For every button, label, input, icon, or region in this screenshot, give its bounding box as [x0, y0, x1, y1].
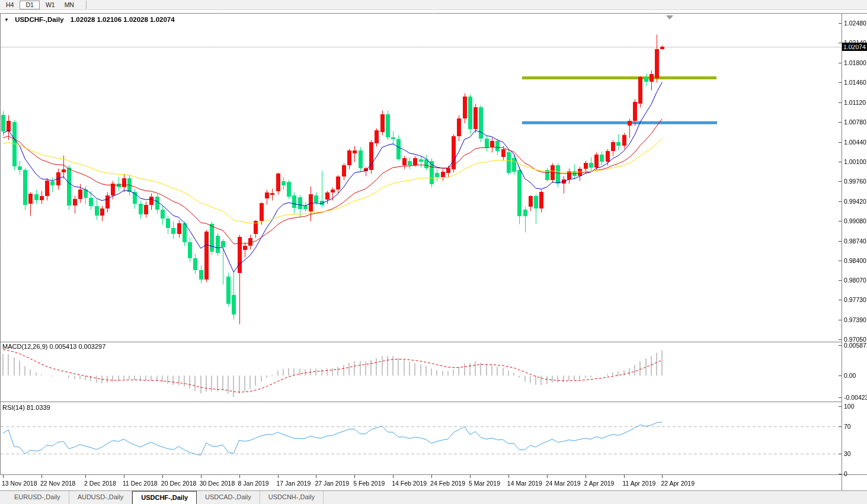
date-axis-label: 20 Dec 2018	[161, 480, 197, 487]
timeframe-button-mn[interactable]: MN	[61, 1, 78, 9]
date-axis-label: 5 Feb 2019	[353, 480, 385, 487]
date-axis-label: 8 Jan 2019	[238, 480, 269, 487]
price-axis-label: 1.02140	[844, 39, 866, 46]
chart-tabbar: EURUSD-,Daily AUDUSD-,Daily USDCHF-,Dail…	[0, 490, 867, 504]
price-axis-label: 1.02480	[844, 20, 866, 27]
rsi-axis-label: 100	[844, 403, 855, 410]
rsi-name: RSI(14)	[2, 404, 25, 411]
date-axis-label: 11 Apr 2019	[623, 480, 656, 487]
rsi-axis-label: 0	[844, 470, 847, 477]
chart-symbol-label: USDCHF-,Daily	[15, 16, 63, 23]
timeframe-toolbar: H4 D1 W1 MN	[0, 0, 867, 10]
rsi-axis-label: 30	[844, 450, 851, 457]
date-axis-label: 24 Feb 2019	[430, 480, 465, 487]
toolbar-separator	[86, 1, 87, 9]
date-axis-label: 11 Dec 2018	[123, 480, 158, 487]
date-axis-label: 22 Apr 2019	[661, 480, 695, 487]
macd-axis-label: 0.00	[844, 372, 856, 379]
date-axis-label: 22 Nov 2018	[40, 480, 76, 487]
date-axis-label: 2 Dec 2018	[84, 480, 116, 487]
rsi-axis-label: 70	[844, 423, 851, 430]
timeframe-button-w1[interactable]: W1	[42, 1, 59, 9]
tab-usdcad[interactable]: USDCAD-,Daily	[197, 491, 260, 504]
price-axis-label: 0.99420	[844, 198, 866, 205]
macd-name: MACD(12,26,9)	[2, 343, 47, 350]
price-axis-label: 0.98400	[844, 257, 866, 264]
tab-usdcnh[interactable]: USDCNH-,Daily	[260, 491, 324, 504]
price-axis-label: 0.98740	[844, 237, 866, 245]
chart-ohlc-values: 1.02028 1.02106 1.02028 1.02074	[71, 16, 175, 23]
price-axis-label: 1.01800	[844, 59, 866, 66]
price-axis-label: 1.01460	[844, 79, 866, 86]
price-axis-label: 0.99080	[844, 217, 866, 224]
price-axis-label: 1.00780	[844, 118, 866, 126]
macd-indicator-label: MACD(12,26,9) 0.005413 0.003297	[2, 343, 105, 350]
tab-eurusd[interactable]: EURUSD-,Daily	[6, 491, 69, 504]
chart-canvas[interactable]	[0, 0, 867, 504]
chart-title: ▼ USDCHF-,Daily 1.02028 1.02106 1.02028 …	[4, 16, 175, 23]
date-axis-label: 2 Apr 2019	[584, 480, 615, 487]
chart-shift-marker-icon	[666, 15, 673, 20]
date-axis-label: 14 Feb 2019	[392, 480, 427, 487]
rsi-indicator-label: RSI(14) 81.0339	[2, 404, 50, 411]
price-axis-label: 1.01120	[844, 99, 866, 106]
date-axis-label: 5 Mar 2019	[469, 480, 500, 487]
macd-axis-label: 0.005873	[844, 342, 867, 349]
price-axis-label: 0.97730	[844, 296, 866, 303]
date-axis-label: 13 Nov 2018	[2, 480, 37, 487]
timeframe-button-d1[interactable]: D1	[20, 1, 39, 9]
one-click-trading-icon[interactable]: ▼	[4, 17, 9, 23]
date-axis-label: 14 Mar 2019	[507, 480, 542, 487]
date-axis-label: 17 Jan 2019	[277, 480, 311, 487]
date-axis-label: 30 Dec 2018	[200, 480, 235, 487]
tab-audusd[interactable]: AUDUSD-,Daily	[69, 491, 133, 504]
macd-axis-label: -0.004238	[844, 394, 867, 401]
trading-terminal-window: H4 D1 W1 MN ▼ USDCHF-,Daily 1.02028 1.02…	[0, 0, 867, 504]
macd-values: 0.005413 0.003297	[49, 343, 105, 350]
price-axis-label: 0.99760	[844, 178, 866, 185]
price-axis-label: 1.00440	[844, 139, 866, 146]
price-axis-label: 0.98070	[844, 277, 866, 284]
tab-usdchf[interactable]: USDCHF-,Daily	[132, 491, 197, 504]
date-axis-label: 24 Mar 2019	[546, 480, 581, 487]
date-axis-label: 27 Jan 2019	[315, 480, 349, 487]
price-axis-label: 0.97390	[844, 316, 866, 323]
rsi-value: 81.0339	[27, 404, 50, 411]
timeframe-button-h4[interactable]: H4	[2, 1, 17, 9]
price-axis-label: 1.00100	[844, 158, 866, 165]
